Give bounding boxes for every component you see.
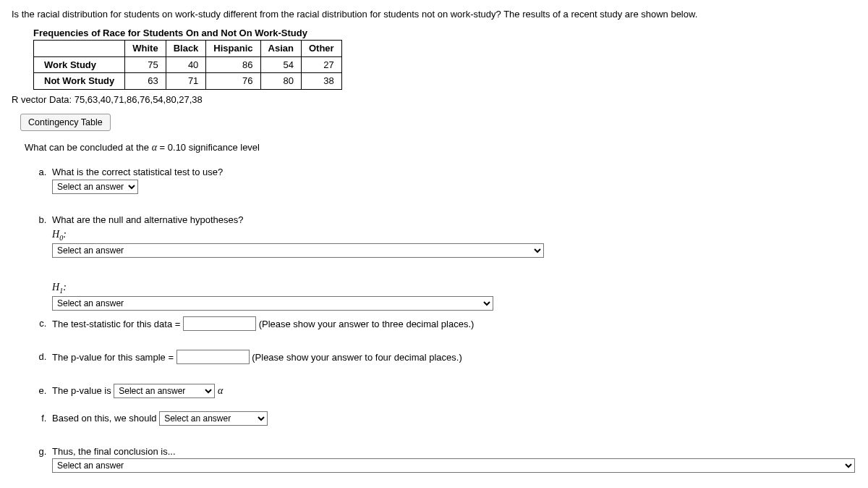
question-f: Based on this, we should Select an answe… bbox=[49, 411, 856, 426]
alpha-symbol: α bbox=[152, 142, 157, 153]
col-header: Black bbox=[166, 41, 206, 57]
p-value-compare-select[interactable]: Select an answer bbox=[114, 384, 215, 398]
question-text: The p-value for this sample = bbox=[52, 351, 174, 362]
question-g: Thus, the final conclusion is... Select … bbox=[49, 445, 856, 474]
decision-select[interactable]: Select an answer bbox=[159, 411, 268, 426]
question-text: Based on this, we should bbox=[52, 413, 159, 424]
text: What can be concluded at the bbox=[25, 142, 152, 153]
h1-label: H1: bbox=[52, 282, 67, 293]
cell: 54 bbox=[260, 56, 301, 73]
hint-text: (Please show your answer to four decimal… bbox=[252, 351, 461, 362]
conclusion-select[interactable]: Select an answer bbox=[52, 458, 855, 473]
cell: 71 bbox=[166, 73, 206, 90]
cell: 86 bbox=[206, 56, 260, 73]
h1-select[interactable]: Select an answer bbox=[52, 296, 493, 311]
frequency-table: White Black Hispanic Asian Other Work St… bbox=[33, 40, 342, 90]
table-row: Not Work Study 63 71 76 80 38 bbox=[34, 73, 342, 90]
question-text: The test-statistic for this data = bbox=[52, 318, 180, 329]
table-row: Work Study 75 40 86 54 27 bbox=[34, 56, 342, 73]
table-title: Frequencies of Race for Students On and … bbox=[33, 26, 856, 41]
question-a: What is the correct statistical test to … bbox=[49, 165, 856, 194]
question-text: What are the null and alternative hypoth… bbox=[52, 214, 244, 225]
h0-label: H0: bbox=[52, 229, 67, 240]
alpha-symbol: α bbox=[218, 385, 223, 396]
test-statistic-input[interactable] bbox=[183, 316, 256, 331]
text: = 0.10 significance level bbox=[157, 142, 260, 153]
cell: 38 bbox=[301, 73, 341, 90]
question-e: The p-value is Select an answer α bbox=[49, 383, 856, 398]
col-header: Hispanic bbox=[206, 41, 260, 57]
r-vector-data: R vector Data: 75,63,40,71,86,76,54,80,2… bbox=[12, 93, 856, 107]
row-label: Work Study bbox=[34, 56, 125, 73]
blank-cell bbox=[34, 41, 125, 57]
hint-text: (Please show your answer to three decima… bbox=[259, 318, 475, 329]
col-header: Asian bbox=[260, 41, 301, 57]
table-header-row: White Black Hispanic Asian Other bbox=[34, 41, 342, 57]
question-b: What are the null and alternative hypoth… bbox=[49, 213, 856, 311]
p-value-input[interactable] bbox=[176, 350, 250, 364]
question-c: The test-statistic for this data = (Plea… bbox=[49, 316, 856, 331]
col-header: Other bbox=[301, 41, 341, 57]
h0-select[interactable]: Select an answer bbox=[52, 243, 544, 258]
question-text: Thus, the final conclusion is... bbox=[52, 446, 176, 457]
row-label: Not Work Study bbox=[34, 73, 125, 90]
cell: 76 bbox=[206, 73, 260, 90]
problem-statement: Is the racial distribution for students … bbox=[12, 7, 856, 22]
contingency-table-button[interactable]: Contingency Table bbox=[20, 114, 111, 131]
cell: 75 bbox=[125, 56, 166, 73]
question-d: The p-value for this sample = (Please sh… bbox=[49, 350, 856, 364]
cell: 40 bbox=[166, 56, 206, 73]
test-type-select[interactable]: Select an answer bbox=[52, 180, 138, 194]
question-text: What is the correct statistical test to … bbox=[52, 167, 223, 177]
cell: 63 bbox=[125, 73, 166, 90]
cell: 27 bbox=[301, 56, 341, 73]
cell: 80 bbox=[260, 73, 301, 90]
significance-prompt: What can be concluded at the α = 0.10 si… bbox=[25, 140, 856, 155]
col-header: White bbox=[125, 41, 166, 57]
question-text: The p-value is bbox=[52, 385, 114, 396]
